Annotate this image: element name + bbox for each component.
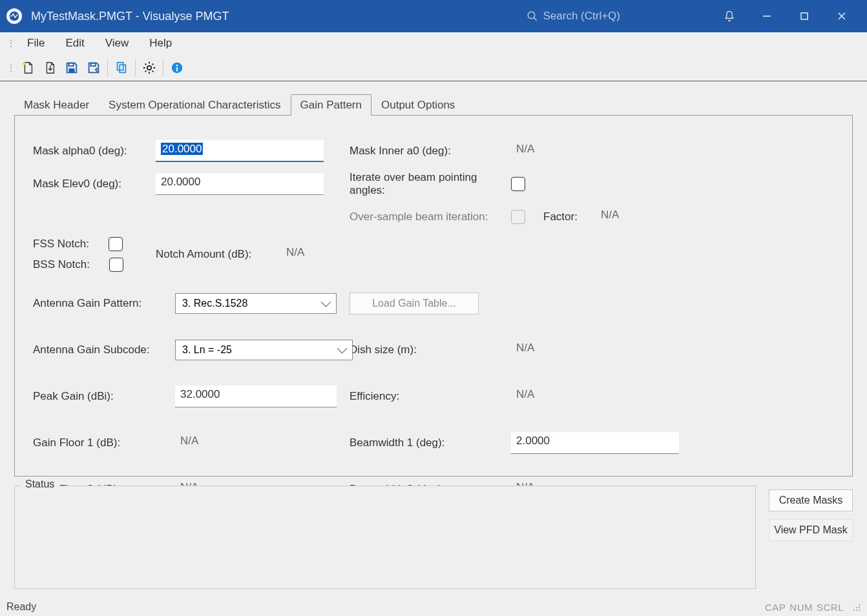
- copy-icon: [114, 61, 129, 75]
- status-ready: Ready: [6, 601, 36, 613]
- gain-floor-1-label: Gain Floor 1 (dB):: [33, 436, 156, 449]
- efficiency-input: N/A: [511, 385, 679, 407]
- fss-notch-label: FSS Notch:: [33, 238, 89, 251]
- tab-gain-pattern[interactable]: Gain Pattern: [291, 94, 371, 116]
- svg-point-1: [528, 12, 535, 19]
- svg-point-13: [147, 65, 151, 69]
- dish-size-label: Dish size (m):: [350, 344, 511, 356]
- iterate-over-beam-checkbox[interactable]: [511, 177, 525, 191]
- bell-icon: [723, 10, 736, 23]
- maximize-button[interactable]: [786, 0, 823, 32]
- dish-size-input: N/A: [511, 339, 679, 361]
- svg-rect-12: [120, 65, 125, 72]
- menu-help[interactable]: Help: [139, 34, 182, 52]
- svg-line-2: [534, 17, 537, 21]
- tab-system-operational-characteristics[interactable]: System Operational Characteristics: [99, 94, 290, 116]
- open-button[interactable]: [39, 57, 61, 79]
- app-icon: [6, 8, 22, 24]
- status-bar: Ready CAP NUM SCRL: [0, 598, 867, 616]
- mask-alpha0-input[interactable]: 20.0000: [156, 140, 324, 162]
- gear-icon: [142, 61, 156, 75]
- efficiency-label: Efficiency:: [350, 390, 511, 403]
- minimize-button[interactable]: [748, 0, 786, 32]
- svg-rect-4: [801, 13, 808, 19]
- menu-file[interactable]: File: [17, 34, 55, 52]
- svg-point-19: [859, 607, 860, 608]
- beamwidth-1-input[interactable]: 2.0000: [511, 432, 679, 454]
- tab-output-options[interactable]: Output Options: [371, 94, 465, 116]
- settings-button[interactable]: [138, 57, 160, 79]
- gain-pattern-panel: Mask alpha0 (deg): 20.0000 Mask Inner a0…: [14, 115, 853, 477]
- gain-floor-1-input: N/A: [175, 432, 337, 454]
- antenna-gain-subcode-select[interactable]: 3. Ln = -25: [175, 340, 353, 360]
- over-sample-checkbox: [511, 210, 525, 224]
- svg-rect-16: [176, 67, 178, 71]
- toolbar-grip-icon: ⋮: [4, 63, 17, 73]
- menu-view[interactable]: View: [95, 34, 140, 52]
- view-pfd-mask-button[interactable]: View PFD Mask: [769, 519, 853, 541]
- antenna-gain-pattern-label: Antenna Gain Pattern:: [33, 297, 156, 310]
- menu-bar: ⋮ File Edit View Help: [0, 32, 867, 54]
- beamwidth-1-label: Beamwidth 1 (deg):: [350, 436, 511, 449]
- svg-point-17: [859, 604, 860, 606]
- new-file-icon: [21, 61, 35, 75]
- minimize-icon: [762, 11, 772, 21]
- antenna-gain-subcode-label: Antenna Gain Subcode:: [33, 344, 156, 356]
- status-group-label: Status: [21, 478, 58, 490]
- resize-grip-icon[interactable]: [851, 602, 861, 611]
- svg-point-22: [859, 610, 860, 611]
- load-gain-table-button[interactable]: Load Gain Table...: [350, 293, 479, 314]
- info-button[interactable]: [166, 57, 188, 79]
- search-placeholder: Search (Ctrl+Q): [543, 10, 621, 23]
- save-as-button[interactable]: [83, 57, 105, 79]
- svg-point-21: [856, 610, 857, 611]
- over-sample-label: Over-sample beam iteration:: [350, 210, 511, 223]
- factor-label: Factor:: [543, 210, 578, 223]
- peak-gain-input[interactable]: 32.0000: [175, 385, 337, 407]
- notch-amount-input: N/A: [281, 243, 371, 265]
- mask-inner-a0-input: N/A: [511, 140, 679, 162]
- fss-notch-checkbox[interactable]: [109, 237, 123, 251]
- close-button[interactable]: [823, 0, 861, 32]
- status-cap: CAP: [765, 602, 786, 613]
- save-as-icon: [87, 61, 101, 75]
- status-scrl: SCRL: [817, 602, 844, 613]
- mask-inner-a0-label: Mask Inner a0 (deg):: [350, 145, 511, 158]
- open-file-icon: [43, 61, 57, 75]
- factor-input: N/A: [596, 206, 679, 228]
- svg-rect-10: [90, 63, 95, 66]
- new-button[interactable]: [17, 57, 39, 79]
- search-icon: [527, 10, 538, 22]
- svg-rect-8: [68, 63, 73, 66]
- svg-point-18: [856, 607, 857, 608]
- antenna-gain-pattern-select[interactable]: 3. Rec.S.1528: [175, 293, 337, 314]
- mask-elev0-input[interactable]: 20.0000: [156, 173, 324, 195]
- svg-point-15: [176, 64, 178, 66]
- toolbar: ⋮: [0, 54, 867, 81]
- svg-rect-11: [118, 62, 123, 70]
- create-masks-button[interactable]: Create Masks: [769, 489, 853, 511]
- mask-elev0-label: Mask Elev0 (deg):: [33, 178, 156, 190]
- content-area: Mask Header System Operational Character…: [5, 81, 862, 598]
- tab-mask-header[interactable]: Mask Header: [14, 94, 99, 116]
- mask-alpha0-label: Mask alpha0 (deg):: [33, 145, 156, 158]
- maximize-icon: [799, 11, 810, 21]
- bss-notch-checkbox[interactable]: [109, 258, 123, 272]
- notifications-button[interactable]: [711, 0, 748, 32]
- svg-point-20: [853, 610, 855, 611]
- menu-edit[interactable]: Edit: [55, 34, 94, 52]
- search-box[interactable]: Search (Ctrl+Q): [527, 10, 621, 23]
- notch-amount-label: Notch Amount (dB):: [156, 248, 266, 261]
- window-title: MyTestMask.PMGT - Visualyse PMGT: [31, 10, 229, 23]
- status-num: NUM: [789, 602, 813, 613]
- svg-rect-9: [68, 68, 74, 72]
- save-icon: [65, 61, 79, 75]
- title-bar: MyTestMask.PMGT - Visualyse PMGT Search …: [0, 0, 867, 32]
- menubar-grip-icon: ⋮: [4, 38, 17, 48]
- tab-strip: Mask Header System Operational Character…: [14, 93, 862, 115]
- save-button[interactable]: [61, 57, 83, 79]
- copy-button[interactable]: [110, 57, 132, 79]
- iterate-over-beam-label: Iterate over beam pointing angles:: [350, 171, 511, 197]
- status-group: Status: [14, 486, 756, 589]
- close-icon: [837, 11, 847, 21]
